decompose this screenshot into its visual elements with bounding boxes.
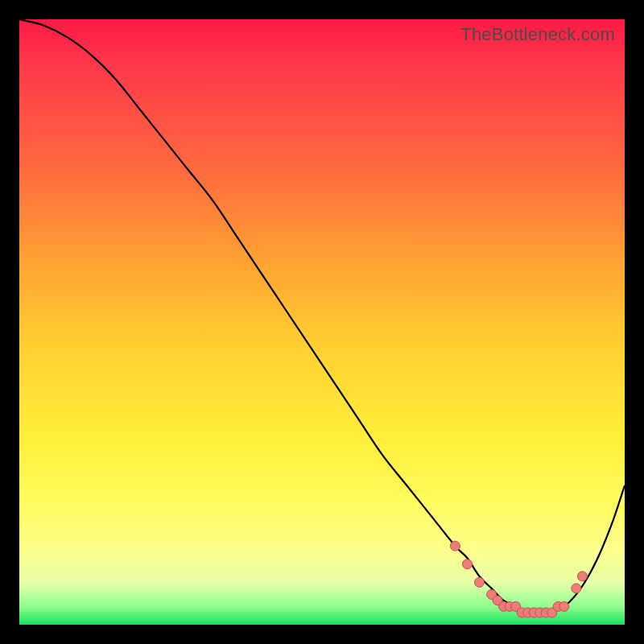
marker-dot [559,601,569,611]
marker-dot [475,577,485,587]
marker-dot [450,541,460,551]
marker-dot [577,572,587,581]
marker-dots [450,541,587,617]
marker-dot [572,584,581,593]
marker-dot [463,559,473,569]
curve-svg [19,19,625,625]
curve-path [19,19,625,613]
chart-stage: TheBottleneck.com [0,0,644,644]
plot-area: TheBottleneck.com [19,19,625,625]
